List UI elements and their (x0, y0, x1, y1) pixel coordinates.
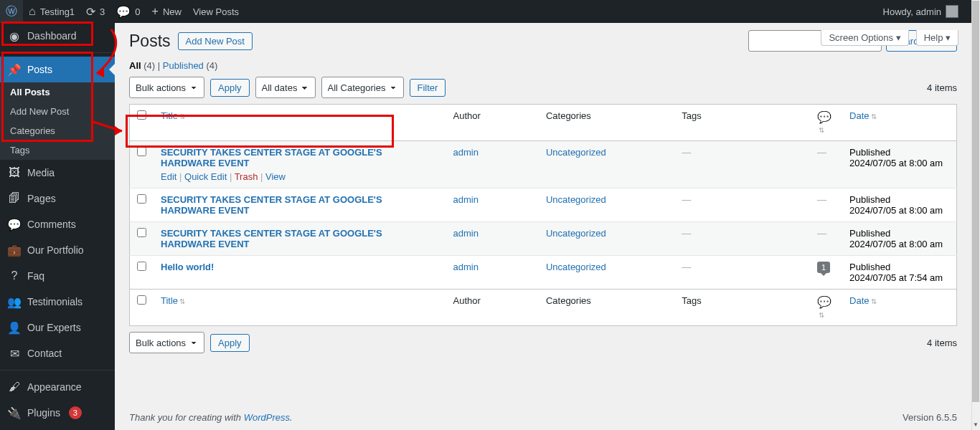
row-checkbox[interactable] (137, 147, 146, 156)
column-title[interactable]: Title⇅ (154, 105, 446, 141)
tags-cell: — (682, 147, 691, 158)
sidebar-item-faq[interactable]: ?Faq (0, 263, 115, 289)
view-link[interactable]: View (265, 171, 286, 182)
column-comments[interactable]: 💬⇅ (810, 105, 842, 141)
tags-cell: — (682, 228, 691, 239)
filter-button[interactable]: Filter (410, 79, 446, 97)
sidebar-item-plugins[interactable]: 🔌Plugins3 (0, 400, 115, 426)
author-link[interactable]: admin (453, 228, 479, 239)
sidebar-item-experts[interactable]: 👤Our Experts (0, 315, 115, 340)
item-count: 4 items (927, 82, 957, 93)
scroll-thumb[interactable] (972, 1, 979, 402)
column-tags[interactable]: Tags (674, 290, 810, 326)
home-icon: ⌂ (29, 5, 36, 18)
submenu-add-new[interactable]: Add New Post (0, 102, 115, 121)
comment-count-badge[interactable]: 1 (817, 262, 830, 273)
author-link[interactable]: admin (453, 194, 479, 205)
post-date: 2024/07/05 at 8:00 am (849, 239, 943, 249)
post-title-link[interactable]: Hello world! (161, 262, 214, 272)
menu-separator (0, 370, 115, 371)
post-title-link[interactable]: SECURITY TAKES CENTER STAGE AT GOOGLE'S … (161, 228, 382, 249)
add-new-post-button[interactable]: Add New Post (178, 32, 253, 50)
select-all-checkbox-bottom[interactable] (137, 295, 146, 305)
category-filter-select[interactable]: All Categories (321, 77, 404, 98)
apply-bulk-button-bottom[interactable]: Apply (210, 334, 250, 352)
tags-cell: — (682, 194, 691, 205)
view-posts-link[interactable]: View Posts (187, 0, 245, 23)
scroll-down-icon[interactable]: ▼ (971, 421, 980, 430)
admin-footer: Thank you for creating with WordPress. V… (115, 405, 971, 430)
sidebar-item-comments[interactable]: 💬Comments (0, 211, 115, 237)
main-content: Posts Add New Post Search Posts All (4) … (115, 23, 971, 353)
site-name-link[interactable]: ⌂Testing1 (23, 0, 80, 23)
sidebar-item-portfolio[interactable]: 💼Our Portfolio (0, 237, 115, 263)
column-date[interactable]: Date⇅ (842, 105, 956, 141)
row-checkbox[interactable] (137, 262, 146, 271)
screen-options-button[interactable]: Screen Options ▾ (821, 30, 908, 46)
sidebar-item-pages[interactable]: 🗐Pages (0, 186, 115, 211)
post-title-link[interactable]: SECURITY TAKES CENTER STAGE AT GOOGLE'S … (161, 147, 382, 168)
row-checkbox[interactable] (137, 228, 146, 237)
sidebar-item-contact[interactable]: ✉Contact (0, 340, 115, 366)
sort-icon: ⇅ (819, 311, 824, 319)
posts-table: Title⇅ Author Categories Tags 💬⇅ Date⇅ S… (129, 104, 957, 326)
column-author[interactable]: Author (446, 105, 539, 141)
comments-link[interactable]: 💬0 (110, 0, 146, 23)
edit-link[interactable]: Edit (161, 171, 176, 182)
post-date: 2024/07/05 at 8:00 am (849, 205, 943, 216)
category-link[interactable]: Uncategorized (546, 147, 606, 158)
sidebar-item-users[interactable]: 👤Users (0, 426, 115, 430)
row-checkbox[interactable] (137, 194, 146, 204)
apply-bulk-button[interactable]: Apply (210, 79, 250, 97)
category-link[interactable]: Uncategorized (546, 262, 606, 272)
status-filter-links: All (4) | Published (4) (129, 60, 957, 71)
sidebar-label: Posts (27, 64, 52, 75)
wordpress-link[interactable]: WordPress (244, 412, 290, 423)
post-title-link[interactable]: SECURITY TAKES CENTER STAGE AT GOOGLE'S … (161, 194, 382, 216)
wordpress-icon: ⓦ (6, 4, 17, 19)
sort-icon: ⇅ (871, 113, 877, 120)
plus-icon: + (152, 5, 159, 18)
portfolio-icon: 💼 (7, 243, 22, 257)
bulk-actions-select[interactable]: Bulk actions (129, 77, 204, 98)
comment-icon: 💬 (817, 111, 831, 123)
column-date[interactable]: Date⇅ (842, 290, 956, 326)
vertical-scrollbar[interactable]: ▲ ▼ (971, 0, 980, 430)
sidebar-item-posts[interactable]: 📌Posts (0, 57, 115, 82)
wp-logo[interactable]: ⓦ (0, 0, 23, 23)
column-categories[interactable]: Categories (539, 290, 674, 326)
author-link[interactable]: admin (453, 262, 479, 272)
date-filter-select[interactable]: All dates (255, 77, 316, 98)
submenu-categories[interactable]: Categories (0, 121, 115, 140)
row-actions: Edit | Quick Edit | Trash | View (161, 171, 439, 182)
column-categories[interactable]: Categories (539, 105, 674, 141)
trash-link[interactable]: Trash (235, 171, 258, 182)
account-menu[interactable]: Howdy, admin (877, 0, 964, 23)
new-content-link[interactable]: +New (146, 0, 187, 23)
category-link[interactable]: Uncategorized (546, 228, 606, 239)
submenu-all-posts[interactable]: All Posts (0, 82, 115, 102)
sort-icon: ⇅ (179, 297, 185, 305)
column-author[interactable]: Author (446, 290, 539, 326)
filter-published[interactable]: Published (163, 60, 204, 71)
column-tags[interactable]: Tags (674, 105, 810, 141)
bulk-actions-select-bottom[interactable]: Bulk actions (129, 332, 204, 353)
column-title[interactable]: Title⇅ (154, 290, 446, 326)
author-link[interactable]: admin (453, 147, 479, 158)
table-row: Hello world! admin Uncategorized — 1 Pub… (130, 256, 957, 290)
select-all-checkbox[interactable] (137, 110, 146, 120)
column-comments[interactable]: 💬⇅ (810, 290, 842, 326)
filter-all[interactable]: All (129, 60, 141, 71)
category-link[interactable]: Uncategorized (546, 194, 606, 205)
sidebar-item-appearance[interactable]: 🖌Appearance (0, 374, 115, 400)
sidebar-item-testimonials[interactable]: 👥Testimonials (0, 289, 115, 315)
tablenav-bottom: Bulk actions Apply 4 items (129, 332, 957, 353)
admin-bar-left: ⓦ ⌂Testing1 ⟳3 💬0 +New View Posts (0, 0, 245, 23)
no-comments: — (817, 147, 826, 158)
sidebar-item-media[interactable]: 🖾Media (0, 160, 115, 186)
quick-edit-link[interactable]: Quick Edit (184, 171, 227, 182)
sidebar-item-dashboard[interactable]: ◉Dashboard (0, 23, 115, 49)
submenu-tags[interactable]: Tags (0, 140, 115, 160)
help-button[interactable]: Help ▾ (916, 30, 958, 46)
updates-link[interactable]: ⟳3 (80, 0, 110, 23)
